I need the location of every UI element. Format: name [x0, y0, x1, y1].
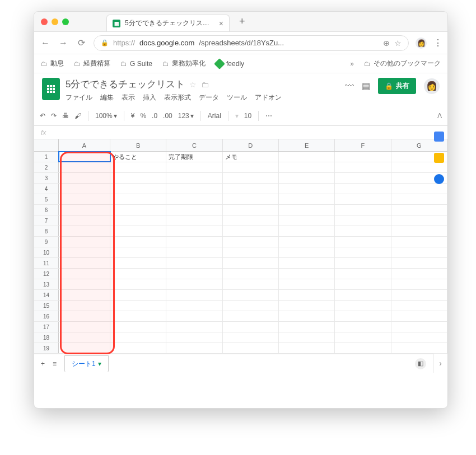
- menu-edit[interactable]: 編集: [100, 93, 114, 102]
- cell[interactable]: [110, 290, 166, 300]
- new-tab-button[interactable]: +: [239, 16, 245, 27]
- maximize-window-button[interactable]: [62, 18, 69, 25]
- cell[interactable]: [223, 269, 279, 279]
- cell[interactable]: [166, 322, 222, 332]
- cell[interactable]: [166, 269, 222, 279]
- decrease-decimal-button[interactable]: .0: [152, 112, 157, 120]
- cell[interactable]: [391, 311, 447, 321]
- cell[interactable]: [59, 258, 110, 268]
- search-icon[interactable]: ⊕: [383, 39, 390, 48]
- cell[interactable]: [391, 322, 447, 332]
- cell[interactable]: [223, 332, 279, 343]
- row-header[interactable]: 1: [34, 152, 59, 162]
- select-all-corner[interactable]: [34, 139, 59, 151]
- close-window-button[interactable]: [41, 18, 48, 25]
- cell[interactable]: [279, 301, 335, 311]
- cell[interactable]: [166, 205, 222, 215]
- cell[interactable]: [391, 194, 447, 204]
- sheet-tab[interactable]: シート1▾: [64, 355, 109, 372]
- row-header[interactable]: 17: [34, 322, 59, 332]
- cell[interactable]: [59, 322, 110, 332]
- format-dropdown[interactable]: 123 ▾: [178, 112, 194, 120]
- cell[interactable]: [391, 301, 447, 311]
- cell[interactable]: [279, 258, 335, 268]
- row-header[interactable]: 14: [34, 290, 59, 300]
- row-header[interactable]: 2: [34, 162, 59, 172]
- calendar-addon-icon[interactable]: [434, 132, 444, 142]
- cell[interactable]: [335, 226, 391, 236]
- cell[interactable]: [279, 162, 335, 172]
- print-button[interactable]: 🖶: [62, 112, 69, 120]
- cell[interactable]: [335, 279, 391, 289]
- row-header[interactable]: 19: [34, 343, 59, 353]
- cell[interactable]: [391, 269, 447, 279]
- cell[interactable]: [110, 173, 166, 183]
- bookmark-folder[interactable]: 🗀G Suite: [120, 60, 152, 68]
- increase-decimal-button[interactable]: .00: [163, 112, 172, 120]
- browser-tab[interactable]: ▦ 5分でできるチェックリスト - Goo ×: [106, 15, 230, 31]
- row-header[interactable]: 10: [34, 247, 59, 257]
- row-header[interactable]: 18: [34, 332, 59, 343]
- activity-icon[interactable]: 〰: [345, 81, 354, 91]
- undo-button[interactable]: ↶: [40, 112, 45, 120]
- column-header-C[interactable]: C: [166, 139, 222, 151]
- cell[interactable]: [59, 269, 110, 279]
- profile-avatar[interactable]: 👩: [416, 37, 427, 49]
- cell[interactable]: [110, 205, 166, 215]
- add-sheet-button[interactable]: +: [41, 360, 45, 368]
- cell[interactable]: [110, 322, 166, 332]
- cell[interactable]: [279, 237, 335, 247]
- cell[interactable]: [335, 322, 391, 332]
- cell[interactable]: [59, 215, 110, 226]
- cell[interactable]: [110, 184, 166, 194]
- cell[interactable]: [335, 247, 391, 257]
- cell[interactable]: [59, 279, 110, 289]
- cell[interactable]: [335, 152, 391, 162]
- cell[interactable]: やること: [110, 152, 166, 162]
- cell[interactable]: [279, 205, 335, 215]
- cell[interactable]: [166, 215, 222, 226]
- cell[interactable]: [279, 311, 335, 321]
- cell[interactable]: [59, 184, 110, 194]
- collapse-toolbar-icon[interactable]: ᐱ: [437, 112, 442, 120]
- cell[interactable]: [59, 301, 110, 311]
- cell[interactable]: [279, 152, 335, 162]
- cell[interactable]: [335, 194, 391, 204]
- cell[interactable]: [335, 184, 391, 194]
- cell[interactable]: [110, 258, 166, 268]
- cell[interactable]: [335, 290, 391, 300]
- cell[interactable]: [223, 215, 279, 226]
- cell[interactable]: [59, 237, 110, 247]
- cell[interactable]: [279, 215, 335, 226]
- cell[interactable]: [335, 269, 391, 279]
- zoom-select[interactable]: 100% ▾: [95, 112, 117, 120]
- cell[interactable]: [110, 237, 166, 247]
- row-header[interactable]: 7: [34, 215, 59, 226]
- column-header-F[interactable]: F: [335, 139, 391, 151]
- cell[interactable]: [166, 311, 222, 321]
- cell[interactable]: [279, 173, 335, 183]
- bookmark-star-icon[interactable]: ☆: [394, 39, 402, 48]
- formula-bar[interactable]: fx: [34, 126, 447, 139]
- cell[interactable]: [59, 152, 110, 162]
- more-bookmarks-icon[interactable]: »: [350, 60, 354, 68]
- bookmark-folder[interactable]: 🗀業務効率化: [162, 59, 206, 68]
- cell[interactable]: [110, 162, 166, 172]
- cell[interactable]: [166, 226, 222, 236]
- all-sheets-button[interactable]: ≡: [53, 360, 57, 368]
- cell[interactable]: [223, 162, 279, 172]
- row-header[interactable]: 3: [34, 173, 59, 183]
- font-select[interactable]: Arial: [208, 112, 221, 120]
- cell[interactable]: [335, 311, 391, 321]
- cell[interactable]: [166, 162, 222, 172]
- cell[interactable]: [166, 343, 222, 353]
- expand-side-panel-button[interactable]: ›: [433, 354, 447, 373]
- cell[interactable]: 完了期限: [166, 152, 222, 162]
- cell[interactable]: [335, 173, 391, 183]
- cell[interactable]: [59, 226, 110, 236]
- cell[interactable]: [335, 162, 391, 172]
- minimize-window-button[interactable]: [52, 18, 58, 25]
- menu-data[interactable]: データ: [199, 93, 219, 102]
- row-header[interactable]: 16: [34, 311, 59, 321]
- cell[interactable]: [391, 237, 447, 247]
